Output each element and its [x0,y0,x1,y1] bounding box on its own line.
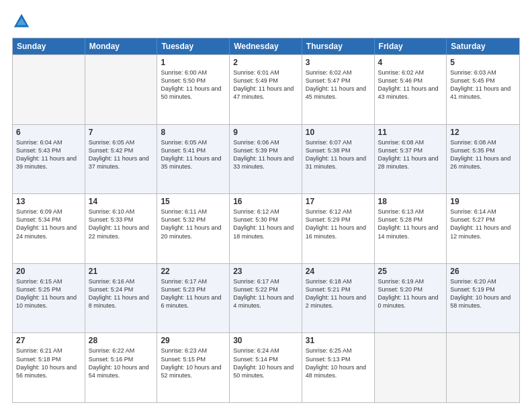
cell-info: Sunrise: 6:00 AM Sunset: 5:50 PM Dayligh… [161,68,226,101]
page: SundayMondayTuesdayWednesdayThursdayFrid… [0,0,532,411]
calendar-cell-3-7: 19Sunrise: 6:14 AM Sunset: 5:27 PM Dayli… [447,194,519,263]
day-number: 5 [450,58,516,67]
cell-info: Sunrise: 6:12 AM Sunset: 5:30 PM Dayligh… [233,208,298,240]
day-number: 14 [89,197,154,206]
logo-icon [12,12,31,31]
calendar-cell-1-7: 5Sunrise: 6:03 AM Sunset: 5:45 PM Daylig… [447,55,519,124]
calendar-cell-3-5: 17Sunrise: 6:12 AM Sunset: 5:29 PM Dayli… [302,194,375,263]
calendar-cell-4-5: 24Sunrise: 6:18 AM Sunset: 5:21 PM Dayli… [302,264,375,333]
day-number: 13 [16,197,81,206]
calendar-cell-3-6: 18Sunrise: 6:13 AM Sunset: 5:28 PM Dayli… [375,194,447,263]
calendar-cell-2-7: 12Sunrise: 6:08 AM Sunset: 5:35 PM Dayli… [447,125,519,194]
cell-info: Sunrise: 6:21 AM Sunset: 5:18 PM Dayligh… [16,347,81,379]
day-number: 29 [161,336,226,345]
cell-info: Sunrise: 6:17 AM Sunset: 5:23 PM Dayligh… [161,277,226,310]
cell-info: Sunrise: 6:09 AM Sunset: 5:34 PM Dayligh… [16,208,81,240]
cell-info: Sunrise: 6:25 AM Sunset: 5:13 PM Dayligh… [306,347,371,379]
calendar-cell-5-6 [375,333,447,402]
calendar-cell-3-3: 15Sunrise: 6:11 AM Sunset: 5:32 PM Dayli… [157,194,230,263]
calendar-cell-5-4: 30Sunrise: 6:24 AM Sunset: 5:14 PM Dayli… [230,333,302,402]
calendar-week-3: 13Sunrise: 6:09 AM Sunset: 5:34 PM Dayli… [13,193,519,263]
cell-info: Sunrise: 6:10 AM Sunset: 5:33 PM Dayligh… [89,208,154,240]
cell-info: Sunrise: 6:23 AM Sunset: 5:15 PM Dayligh… [161,347,226,379]
calendar-cell-2-5: 10Sunrise: 6:07 AM Sunset: 5:38 PM Dayli… [302,125,375,194]
calendar-week-5: 27Sunrise: 6:21 AM Sunset: 5:18 PM Dayli… [13,332,519,402]
calendar-cell-5-5: 31Sunrise: 6:25 AM Sunset: 5:13 PM Dayli… [302,333,375,402]
day-number: 22 [161,267,226,276]
calendar: SundayMondayTuesdayWednesdayThursdayFrid… [12,38,520,403]
calendar-cell-4-2: 21Sunrise: 6:16 AM Sunset: 5:24 PM Dayli… [85,264,158,333]
calendar-cell-4-3: 22Sunrise: 6:17 AM Sunset: 5:23 PM Dayli… [157,264,230,333]
day-number: 24 [306,267,371,276]
calendar-cell-1-5: 3Sunrise: 6:02 AM Sunset: 5:47 PM Daylig… [302,55,375,124]
cell-info: Sunrise: 6:02 AM Sunset: 5:46 PM Dayligh… [378,68,443,101]
day-number: 28 [89,336,154,345]
day-number: 25 [378,267,443,276]
cell-info: Sunrise: 6:01 AM Sunset: 5:49 PM Dayligh… [233,68,298,101]
calendar-cell-2-2: 7Sunrise: 6:05 AM Sunset: 5:42 PM Daylig… [85,125,158,194]
calendar-cell-4-6: 25Sunrise: 6:19 AM Sunset: 5:20 PM Dayli… [375,264,447,333]
calendar-cell-3-1: 13Sunrise: 6:09 AM Sunset: 5:34 PM Dayli… [13,194,85,263]
day-number: 9 [233,128,298,137]
calendar-cell-1-1 [13,55,85,124]
cell-info: Sunrise: 6:14 AM Sunset: 5:27 PM Dayligh… [450,208,516,240]
header-day-wednesday: Wednesday [230,38,302,54]
calendar-cell-4-7: 26Sunrise: 6:20 AM Sunset: 5:19 PM Dayli… [447,264,519,333]
cell-info: Sunrise: 6:24 AM Sunset: 5:14 PM Dayligh… [233,347,298,379]
calendar-cell-1-3: 1Sunrise: 6:00 AM Sunset: 5:50 PM Daylig… [157,55,230,124]
day-number: 1 [161,58,226,67]
calendar-cell-3-4: 16Sunrise: 6:12 AM Sunset: 5:30 PM Dayli… [230,194,302,263]
cell-info: Sunrise: 6:03 AM Sunset: 5:45 PM Dayligh… [450,68,516,101]
day-number: 26 [450,267,516,276]
header-day-monday: Monday [85,38,158,54]
calendar-cell-5-1: 27Sunrise: 6:21 AM Sunset: 5:18 PM Dayli… [13,333,85,402]
calendar-header: SundayMondayTuesdayWednesdayThursdayFrid… [13,38,519,54]
calendar-cell-5-3: 29Sunrise: 6:23 AM Sunset: 5:15 PM Dayli… [157,333,230,402]
cell-info: Sunrise: 6:19 AM Sunset: 5:20 PM Dayligh… [378,277,443,310]
cell-info: Sunrise: 6:18 AM Sunset: 5:21 PM Dayligh… [306,277,371,310]
day-number: 20 [16,267,81,276]
cell-info: Sunrise: 6:22 AM Sunset: 5:16 PM Dayligh… [89,347,154,379]
cell-info: Sunrise: 6:15 AM Sunset: 5:25 PM Dayligh… [16,277,81,310]
logo [12,12,34,31]
cell-info: Sunrise: 6:11 AM Sunset: 5:32 PM Dayligh… [161,208,226,240]
day-number: 10 [306,128,371,137]
cell-info: Sunrise: 6:16 AM Sunset: 5:24 PM Dayligh… [89,277,154,310]
calendar-cell-1-6: 4Sunrise: 6:02 AM Sunset: 5:46 PM Daylig… [375,55,447,124]
cell-info: Sunrise: 6:02 AM Sunset: 5:47 PM Dayligh… [306,68,371,101]
cell-info: Sunrise: 6:13 AM Sunset: 5:28 PM Dayligh… [378,208,443,240]
header-day-thursday: Thursday [302,38,375,54]
day-number: 16 [233,197,298,206]
day-number: 3 [306,58,371,67]
cell-info: Sunrise: 6:12 AM Sunset: 5:29 PM Dayligh… [306,208,371,240]
day-number: 27 [16,336,81,345]
day-number: 8 [161,128,226,137]
calendar-cell-5-7 [447,333,519,402]
calendar-cell-2-3: 8Sunrise: 6:05 AM Sunset: 5:41 PM Daylig… [157,125,230,194]
day-number: 15 [161,197,226,206]
cell-info: Sunrise: 6:05 AM Sunset: 5:42 PM Dayligh… [89,138,154,171]
day-number: 2 [233,58,298,67]
header-day-tuesday: Tuesday [157,38,230,54]
calendar-cell-3-2: 14Sunrise: 6:10 AM Sunset: 5:33 PM Dayli… [85,194,158,263]
cell-info: Sunrise: 6:05 AM Sunset: 5:41 PM Dayligh… [161,138,226,171]
day-number: 30 [233,336,298,345]
header-day-sunday: Sunday [13,38,85,54]
cell-info: Sunrise: 6:08 AM Sunset: 5:35 PM Dayligh… [450,138,516,171]
calendar-cell-4-4: 23Sunrise: 6:17 AM Sunset: 5:22 PM Dayli… [230,264,302,333]
cell-info: Sunrise: 6:08 AM Sunset: 5:37 PM Dayligh… [378,138,443,171]
day-number: 11 [378,128,443,137]
cell-info: Sunrise: 6:06 AM Sunset: 5:39 PM Dayligh… [233,138,298,171]
day-number: 6 [16,128,81,137]
calendar-week-2: 6Sunrise: 6:04 AM Sunset: 5:43 PM Daylig… [13,124,519,194]
header [12,12,520,31]
calendar-cell-5-2: 28Sunrise: 6:22 AM Sunset: 5:16 PM Dayli… [85,333,158,402]
day-number: 31 [306,336,371,345]
calendar-cell-2-4: 9Sunrise: 6:06 AM Sunset: 5:39 PM Daylig… [230,125,302,194]
calendar-cell-4-1: 20Sunrise: 6:15 AM Sunset: 5:25 PM Dayli… [13,264,85,333]
day-number: 21 [89,267,154,276]
calendar-body: 1Sunrise: 6:00 AM Sunset: 5:50 PM Daylig… [13,54,519,402]
calendar-week-4: 20Sunrise: 6:15 AM Sunset: 5:25 PM Dayli… [13,263,519,333]
cell-info: Sunrise: 6:17 AM Sunset: 5:22 PM Dayligh… [233,277,298,310]
cell-info: Sunrise: 6:07 AM Sunset: 5:38 PM Dayligh… [306,138,371,171]
